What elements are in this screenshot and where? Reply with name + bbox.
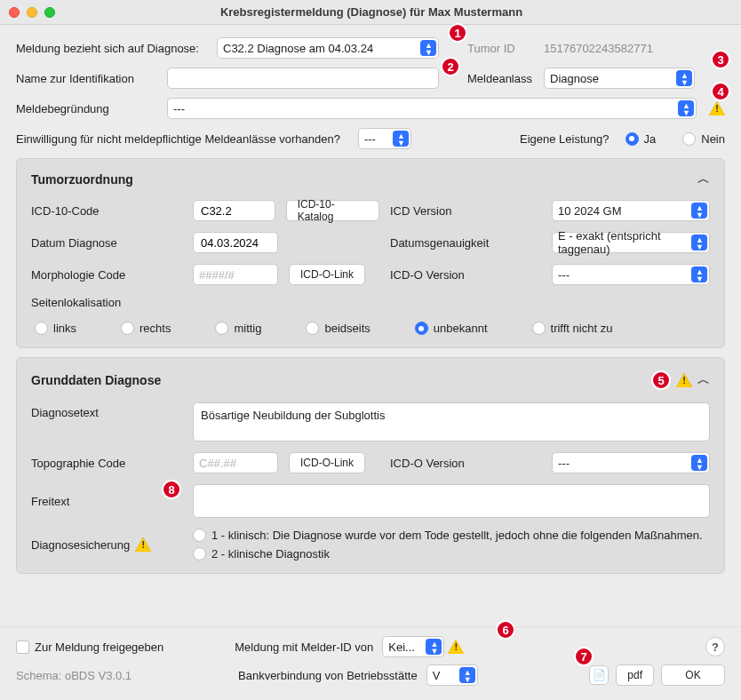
schema-label: Schema: oBDS V3.0.1: [16, 669, 194, 682]
ok-button[interactable]: OK: [661, 664, 725, 686]
collapse-chevron-icon[interactable]: ︿: [697, 171, 710, 187]
freitext-label: Freitext: [31, 495, 69, 508]
diagnose-ref-label: Meldung bezieht sich auf Diagnose:: [16, 42, 208, 55]
warning-icon: [676, 373, 692, 387]
bankverbindung-label: Bankverbindung von Betriebsstätte: [238, 669, 418, 682]
seitenlokalisation-label: Seitenlokalisation: [31, 296, 182, 309]
datum-input[interactable]: [193, 232, 278, 253]
bankverbindung-select[interactable]: V▲▼: [426, 664, 478, 686]
radio-rechts[interactable]: rechts: [121, 322, 171, 335]
pdf-button[interactable]: pdf: [616, 664, 654, 686]
radio-sicherung-1[interactable]: 1 - klinisch: Die Diagnose wurde vor dem…: [193, 529, 710, 542]
radio-mittig[interactable]: mittig: [215, 322, 261, 335]
radio-ja[interactable]: Ja: [625, 132, 657, 146]
help-button[interactable]: ?: [705, 637, 725, 656]
genauigkeit-label: Datumsgenauigkeit: [390, 236, 541, 250]
meldeanlass-select[interactable]: Diagnose ▲▼: [544, 68, 695, 89]
panel-tumor-title: Tumorzuordnung: [31, 172, 133, 187]
panel-grund-title: Grunddaten Diagnose: [31, 373, 161, 387]
annotation-6: 6: [496, 620, 515, 640]
warning-icon: [709, 101, 725, 115]
tumor-id-value: 15176702243582771: [544, 42, 653, 55]
icdo-link-button-2[interactable]: ICD-O-Link: [289, 452, 365, 473]
einwilligung-label: Einwilligung für nicht meldepflichtige M…: [16, 132, 340, 146]
topographie-label: Topographie Code: [31, 457, 182, 470]
genauigkeit-select[interactable]: E - exakt (entspricht taggenau)▲▼: [552, 232, 710, 253]
diagnosetext-area[interactable]: Bösartige Neubildung der Subglottis: [193, 402, 710, 441]
radio-trifft-nicht-zu[interactable]: trifft nicht zu: [532, 322, 613, 335]
freigabe-label: Zur Meldung freigegeben: [35, 640, 163, 654]
icdo-version-select[interactable]: ---▲▼: [552, 264, 710, 285]
meldebegruendung-select[interactable]: --- ▲▼: [167, 98, 697, 119]
annotation-7: 7: [574, 647, 594, 666]
annotation-2: 2: [441, 57, 460, 76]
window-title: Krebsregistermeldung (Diagnose) für Max …: [64, 5, 732, 19]
icdversion-label: ICD Version: [390, 204, 541, 218]
icd10-input[interactable]: [193, 200, 275, 221]
annotation-3: 3: [711, 50, 730, 69]
eigene-leistung-label: Eigene Leistung?: [520, 132, 609, 146]
annotation-8: 8: [162, 480, 181, 499]
radio-nein[interactable]: Nein: [682, 132, 725, 146]
datum-label: Datum Diagnose: [31, 236, 182, 250]
melder-label: Meldung mit Melder-ID von: [235, 640, 373, 654]
panel-grunddaten: Grunddaten Diagnose 5 ︿ Diagnosetext Bös…: [16, 357, 725, 574]
document-icon[interactable]: 📄: [589, 665, 609, 685]
annotation-5: 5: [651, 370, 671, 390]
radio-unbekannt[interactable]: unbekannt: [415, 322, 488, 335]
meldeanlass-label: Meldeanlass: [467, 72, 535, 85]
diagnosetext-label: Diagnosetext: [31, 402, 182, 419]
annotation-4: 4: [711, 82, 730, 101]
icdo-version-label-2: ICD-O Version: [390, 457, 541, 470]
window-controls: [9, 7, 55, 18]
zoom-icon[interactable]: [44, 7, 55, 18]
morph-label: Morphologie Code: [31, 268, 182, 282]
icdo-version-select-2[interactable]: ---▲▼: [552, 452, 710, 473]
freigabe-checkbox[interactable]: [16, 640, 29, 654]
radio-links[interactable]: links: [35, 322, 76, 335]
icdo-version-label: ICD-O Version: [390, 268, 541, 282]
name-input[interactable]: [167, 68, 439, 89]
freitext-area[interactable]: 8: [193, 484, 710, 518]
radio-beidseits[interactable]: beidseits: [306, 322, 370, 335]
diagnose-ref-select[interactable]: C32.2 Diagnose am 04.03.24 ▲▼: [217, 37, 439, 59]
collapse-chevron-icon[interactable]: ︿: [697, 372, 710, 388]
icdversion-select[interactable]: 10 2024 GM▲▼: [552, 200, 710, 221]
warning-icon: [448, 640, 464, 654]
diagnosesicherung-label: Diagnosesicherung: [31, 538, 130, 552]
icd10-katalog-button[interactable]: ICD-10-Katalog: [286, 200, 379, 221]
panel-tumorzuordnung: Tumorzuordnung ︿ ICD-10-Code ICD-10-Kata…: [16, 158, 725, 348]
icd10-label: ICD-10-Code: [31, 204, 182, 218]
titlebar: Krebsregistermeldung (Diagnose) für Max …: [0, 0, 741, 25]
icdo-link-button[interactable]: ICD-O-Link: [289, 264, 365, 285]
annotation-1: 1: [448, 23, 467, 43]
meldebegruendung-label: Meldebegründung: [16, 102, 158, 115]
topographie-input[interactable]: C##.##: [193, 452, 278, 473]
melder-select[interactable]: Kei...▲▼: [382, 636, 444, 657]
tumor-id-label: Tumor ID: [467, 42, 535, 55]
morph-input[interactable]: ####/#: [193, 264, 278, 285]
einwilligung-select[interactable]: --- ▲▼: [358, 128, 411, 149]
radio-sicherung-2[interactable]: 2 - klinische Diagnostik: [193, 547, 710, 561]
warning-icon: [135, 537, 151, 552]
minimize-icon[interactable]: [27, 7, 37, 18]
name-label: Name zur Identifikation: [16, 72, 158, 85]
bottom-bar: Zur Meldung freigegeben Meldung mit Meld…: [0, 626, 741, 700]
close-icon[interactable]: [9, 7, 20, 18]
